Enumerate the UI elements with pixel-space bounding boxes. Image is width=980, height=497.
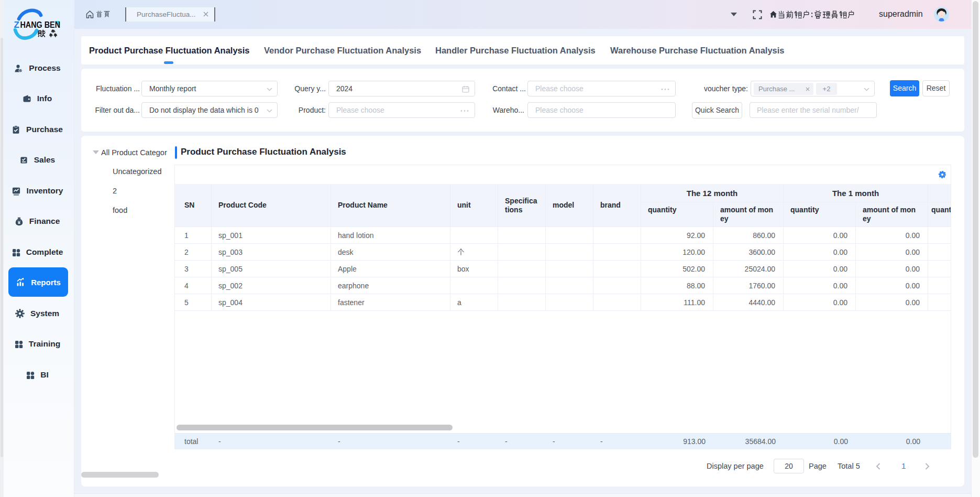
svg-text:Z: Z	[14, 20, 19, 30]
svg-text:HANG BEN: HANG BEN	[20, 20, 61, 30]
